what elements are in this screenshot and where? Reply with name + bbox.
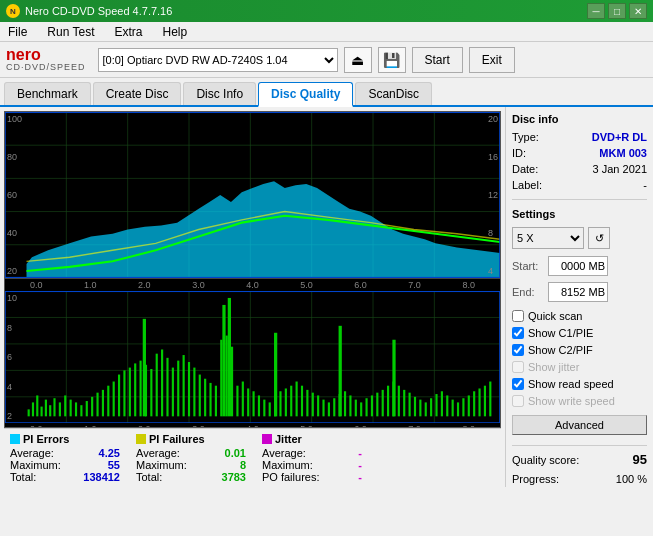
svg-rect-54	[188, 362, 190, 416]
svg-rect-102	[446, 395, 448, 416]
pi-errors-avg: 4.25	[99, 447, 120, 459]
close-button[interactable]: ✕	[629, 3, 647, 19]
menu-bar: File Run Test Extra Help	[0, 22, 653, 42]
svg-rect-74	[296, 381, 298, 416]
svg-rect-33	[75, 402, 77, 416]
svg-rect-80	[328, 402, 330, 416]
start-input[interactable]	[548, 256, 608, 276]
svg-rect-52	[177, 361, 179, 417]
svg-rect-67	[258, 395, 260, 416]
legend-pi-errors: PI Errors Average: 4.25 Maximum: 55 Tota…	[10, 433, 120, 483]
speed-select[interactable]: 5 X	[512, 227, 584, 249]
menu-run-test[interactable]: Run Test	[43, 24, 98, 40]
svg-rect-73	[290, 386, 292, 417]
end-row: End:	[512, 282, 647, 302]
svg-rect-88	[371, 395, 373, 416]
svg-rect-45	[140, 361, 142, 417]
svg-rect-112	[222, 305, 225, 416]
svg-rect-60	[220, 340, 222, 417]
svg-rect-75	[301, 386, 303, 417]
save-button[interactable]: 💾	[378, 47, 406, 73]
tab-benchmark[interactable]: Benchmark	[4, 82, 91, 105]
settings-title: Settings	[512, 208, 647, 220]
charts-area: 100 80 60 40 20 20 16 12 8 4	[4, 111, 501, 428]
svg-rect-41	[118, 374, 120, 416]
svg-rect-23	[28, 409, 30, 416]
progress-row: Progress: 100 %	[512, 473, 647, 485]
pi-errors-max: 55	[108, 459, 120, 471]
svg-rect-59	[215, 386, 217, 417]
svg-rect-66	[253, 391, 255, 416]
c1pie-checkbox[interactable]	[512, 327, 524, 339]
read-speed-checkbox[interactable]	[512, 378, 524, 390]
svg-rect-55	[193, 368, 195, 417]
start-button[interactable]: Start	[412, 47, 463, 73]
x-axis-labels-between: 0.0 1.0 2.0 3.0 4.0 5.0 6.0 7.0 8.0	[5, 279, 500, 291]
tab-disc-quality[interactable]: Disc Quality	[258, 82, 353, 107]
exit-button[interactable]: Exit	[469, 47, 515, 73]
tab-create-disc[interactable]: Create Disc	[93, 82, 182, 105]
speed-row: 5 X ↺	[512, 227, 647, 249]
eject-button[interactable]: ⏏	[344, 47, 372, 73]
end-input[interactable]	[548, 282, 608, 302]
svg-rect-72	[285, 388, 287, 416]
svg-rect-28	[49, 405, 51, 416]
menu-extra[interactable]: Extra	[110, 24, 146, 40]
svg-rect-51	[172, 368, 174, 417]
menu-file[interactable]: File	[4, 24, 31, 40]
svg-rect-99	[430, 398, 432, 416]
svg-rect-44	[134, 363, 136, 416]
drive-select[interactable]: [0:0] Optiarc DVD RW AD-7240S 1.04	[98, 48, 338, 72]
svg-rect-32	[70, 400, 72, 417]
quick-scan-checkbox[interactable]	[512, 310, 524, 322]
jitter-checkbox[interactable]	[512, 361, 524, 373]
refresh-button[interactable]: ↺	[588, 227, 610, 249]
svg-rect-103	[452, 400, 454, 417]
app-icon: N	[6, 4, 20, 18]
svg-rect-89	[376, 393, 378, 417]
nero-product: CD·DVD/SPEED	[6, 63, 86, 72]
top-chart-svg	[5, 112, 500, 278]
svg-rect-116	[392, 340, 395, 417]
svg-rect-31	[64, 395, 66, 416]
divider-1	[512, 199, 647, 200]
svg-rect-105	[462, 398, 464, 416]
disc-id: MKM 003	[599, 147, 647, 159]
svg-rect-104	[457, 402, 459, 416]
legend-dot-pi-errors	[10, 434, 20, 444]
svg-rect-93	[398, 386, 400, 417]
title-bar: N Nero CD-DVD Speed 4.7.7.16 ─ □ ✕	[0, 0, 653, 22]
svg-rect-71	[279, 391, 281, 416]
x-axis-labels-bottom: 0.0 1.0 2.0 3.0 4.0 5.0 6.0 7.0 8.0	[5, 423, 500, 428]
svg-rect-101	[441, 391, 443, 416]
tab-scan-disc[interactable]: ScanDisc	[355, 82, 432, 105]
legend-pi-failures: PI Failures Average: 0.01 Maximum: 8 Tot…	[136, 433, 246, 483]
maximize-button[interactable]: □	[608, 3, 626, 19]
jitter-po: -	[358, 471, 362, 483]
svg-rect-97	[419, 400, 421, 417]
svg-rect-110	[489, 381, 491, 416]
id-row: ID: MKM 003	[512, 147, 647, 159]
pi-failures-total: 3783	[222, 471, 246, 483]
svg-rect-34	[80, 405, 82, 416]
nero-logo: nero CD·DVD/SPEED	[6, 47, 86, 72]
svg-rect-90	[382, 390, 384, 416]
quality-score-value: 95	[633, 452, 647, 467]
quality-score-row: Quality score: 95	[512, 452, 647, 467]
svg-rect-86	[360, 402, 362, 416]
svg-rect-115	[339, 326, 342, 417]
minimize-button[interactable]: ─	[587, 3, 605, 19]
svg-rect-47	[150, 369, 152, 416]
svg-rect-29	[53, 398, 55, 416]
y-axis-left-top: 100 80 60 40 20	[7, 114, 22, 276]
svg-rect-24	[32, 402, 34, 416]
y-axis-left-bottom: 10 8 6 4 2	[7, 293, 17, 421]
advanced-button[interactable]: Advanced	[512, 415, 647, 435]
write-speed-checkbox[interactable]	[512, 395, 524, 407]
c2pif-checkbox[interactable]	[512, 344, 524, 356]
svg-rect-106	[468, 395, 470, 416]
menu-help[interactable]: Help	[159, 24, 192, 40]
jitter-title: Jitter	[275, 433, 302, 445]
tab-disc-info[interactable]: Disc Info	[183, 82, 256, 105]
title-bar-left: N Nero CD-DVD Speed 4.7.7.16	[6, 4, 172, 18]
